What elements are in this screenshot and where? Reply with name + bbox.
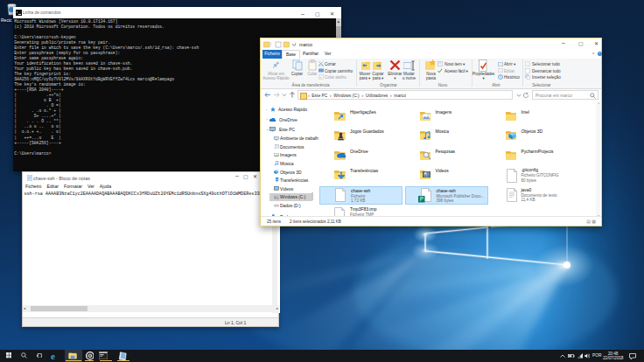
svg-text:P: P xyxy=(420,196,424,202)
